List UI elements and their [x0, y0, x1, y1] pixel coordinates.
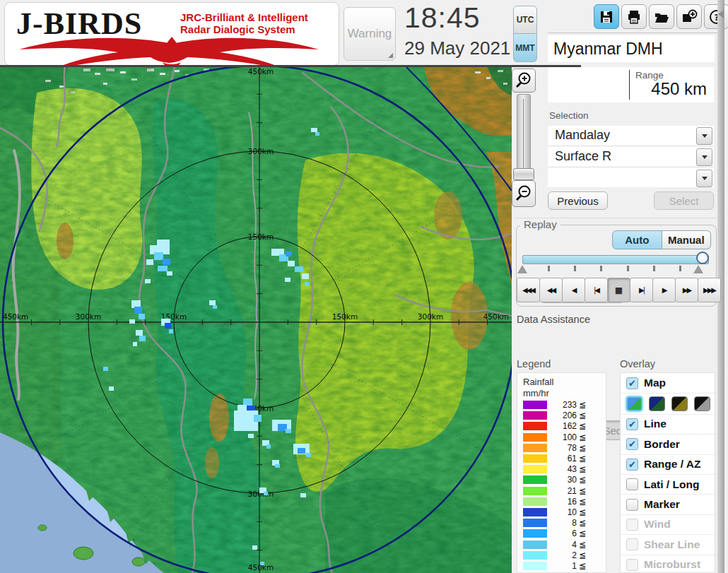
replay-slider-track[interactable]: [522, 255, 709, 264]
legend-panel: Rainfall mm/hr 233≦206≦162≦100≦78≦61≦43≦…: [517, 372, 606, 573]
overlay-row: ✔Map: [621, 373, 715, 393]
overlay-item-label: Map: [644, 377, 666, 389]
legend-color-swatch: [523, 540, 547, 549]
map-style-olive[interactable]: [671, 396, 688, 411]
auto-button[interactable]: Auto: [612, 230, 662, 249]
zoom-in-button[interactable]: [512, 69, 536, 93]
legend-value: 2: [547, 550, 577, 560]
overlay-row: ✔Range / AZ: [621, 454, 715, 474]
legend-item: 6≦: [517, 528, 606, 539]
station-divider: [548, 33, 717, 33]
microburst-checkbox: [626, 559, 638, 571]
legend-item: 100≦: [517, 432, 606, 442]
radar-map[interactable]: 150km150km150km150km300km300km300km300km…: [0, 67, 512, 573]
map-checkbox[interactable]: ✔: [626, 377, 638, 389]
range-divider: [629, 70, 630, 100]
replay-slider-handle[interactable]: [696, 252, 709, 264]
site-dropdown[interactable]: Mandalay: [548, 126, 714, 145]
legend-color-swatch: [523, 497, 547, 506]
chevron-down-icon[interactable]: [696, 127, 712, 145]
legend-value: 4: [547, 540, 577, 550]
map-style-color[interactable]: [626, 396, 642, 411]
overlay-row: Microburst: [621, 555, 715, 573]
svg-text:450km: 450km: [483, 312, 509, 321]
legend-item: 8≦: [517, 518, 606, 528]
zoom-slider-track[interactable]: [517, 94, 531, 177]
legend-color-swatch: [523, 465, 547, 473]
slider-tick: [600, 266, 602, 271]
rewind-2-button[interactable]: ◀◀: [539, 278, 563, 302]
chevron-down-icon[interactable]: [696, 170, 712, 187]
legend-value: 6: [547, 528, 577, 538]
open-folder-button[interactable]: [649, 4, 674, 29]
wind-checkbox: [626, 519, 638, 531]
legend-value: 10: [547, 507, 577, 517]
save-button[interactable]: [594, 4, 619, 29]
warning-button[interactable]: Warning: [344, 7, 396, 61]
zoom-out-button[interactable]: [512, 180, 536, 207]
legend-item: 162≦: [517, 421, 606, 432]
marker-checkbox[interactable]: [626, 499, 638, 511]
mmt-button[interactable]: MMT: [513, 34, 537, 62]
overlay-row: ✔Border: [621, 434, 715, 454]
legend-value: 100: [547, 432, 577, 442]
legend-label: Legend: [517, 358, 551, 370]
lati-long-checkbox[interactable]: [626, 478, 638, 490]
legend-value: 206: [547, 410, 577, 420]
stop-button[interactable]: ■: [607, 278, 630, 302]
add-image-button[interactable]: [676, 4, 702, 29]
fast-forward-3-button[interactable]: ▶▶▶: [698, 278, 721, 302]
legend-title: Rainfall mm/hr: [523, 377, 606, 400]
replay-label: Replay: [520, 218, 560, 230]
product-dropdown[interactable]: Surface R: [548, 147, 714, 166]
slider-tick: [627, 266, 629, 271]
utc-button[interactable]: UTC: [513, 6, 537, 34]
map-style-gray[interactable]: [694, 396, 710, 411]
overlay-item-label: Range / AZ: [644, 458, 700, 471]
legend-operator: ≦: [579, 454, 586, 463]
legend-item: 16≦: [517, 496, 606, 507]
range-panel: Range 450 km: [548, 67, 714, 102]
svg-text:300km: 300km: [76, 312, 101, 321]
slider-tick: [548, 266, 550, 271]
line-checkbox[interactable]: ✔: [626, 418, 638, 430]
collapse-left-icon[interactable]: [718, 10, 724, 18]
legend-operator: ≦: [579, 561, 586, 571]
chevron-down-icon[interactable]: [696, 148, 712, 166]
overlay-panel: ✔Map✔Line✔Border✔Range / AZLati / LongMa…: [620, 372, 715, 573]
legend-operator: ≦: [579, 400, 586, 410]
zoom-slider-thumb[interactable]: [513, 168, 534, 180]
previous-button[interactable]: Previous: [548, 191, 608, 210]
forward-2-button[interactable]: ▶▶: [675, 278, 698, 302]
step-forward-button[interactable]: ▶|: [630, 278, 653, 302]
play-backward-button[interactable]: ◀: [562, 278, 585, 302]
option-dropdown[interactable]: [548, 168, 714, 187]
map-style-night[interactable]: [649, 396, 665, 411]
svg-text:150km: 150km: [332, 312, 358, 321]
fast-rewind-3-button[interactable]: ◀◀◀: [517, 278, 540, 302]
play-forward-button[interactable]: ▶: [652, 278, 676, 302]
border-checkbox[interactable]: ✔: [626, 438, 638, 450]
print-button[interactable]: [621, 4, 647, 29]
select-button[interactable]: Select: [654, 191, 714, 210]
overlay-item-label: Lati / Long: [644, 478, 699, 491]
svg-text:300km: 300km: [418, 312, 443, 321]
range-az-checkbox[interactable]: ✔: [626, 459, 638, 471]
legend-color-swatch: [523, 529, 547, 538]
overlay-item-label: Shear Line: [644, 538, 700, 551]
logo-subtitle: JRC-Brilliant & Intelligent Radar Dialog…: [180, 11, 308, 36]
manual-button[interactable]: Manual: [662, 230, 712, 249]
jbirds-logo: J-BIRDS JRC-Brilliant & Intelligent Rada…: [4, 2, 339, 66]
data-assistance-label: Data Assistance: [517, 314, 590, 325]
legend-value: 233: [547, 400, 577, 410]
legend-operator: ≦: [579, 443, 586, 453]
legend-item: 206≦: [517, 410, 606, 421]
legend-color-swatch: [523, 508, 547, 516]
legend-operator: ≦: [579, 464, 586, 474]
legend-value: 21: [547, 486, 577, 496]
step-backward-button[interactable]: |◀: [585, 278, 608, 302]
legend-item: 30≦: [517, 475, 606, 485]
overlay-item-label: Marker: [644, 498, 680, 511]
overlay-item-label: Wind: [644, 518, 671, 531]
save-icon: [598, 8, 615, 25]
